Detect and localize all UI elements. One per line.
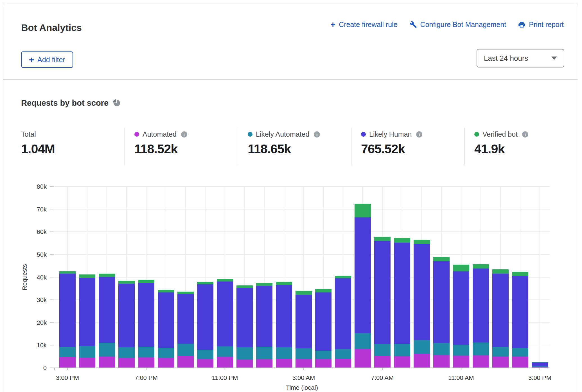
bar-segment xyxy=(197,350,213,359)
y-axis-title: Requests xyxy=(21,264,28,290)
printer-icon xyxy=(518,21,525,28)
automated-legend-dot xyxy=(134,132,139,137)
chevron-down-icon xyxy=(551,57,557,60)
plus-icon: + xyxy=(29,55,34,64)
info-icon[interactable]: i xyxy=(416,131,422,138)
bar-segment xyxy=(217,279,233,281)
verified-bot-legend-dot xyxy=(474,132,479,137)
create-firewall-rule-link[interactable]: + Create firewall rule xyxy=(330,20,398,29)
bar-segment xyxy=(158,358,174,368)
bar-segment xyxy=(414,244,430,341)
bar-segment xyxy=(217,346,233,357)
stat-separator xyxy=(238,128,238,165)
bar-segment xyxy=(197,359,213,368)
header-actions: + Create firewall rule Configure Bot Man… xyxy=(330,20,564,29)
bar-segment xyxy=(236,288,253,347)
bar-segment xyxy=(512,272,528,276)
bar-segment xyxy=(433,261,450,343)
bar-segment xyxy=(473,264,489,269)
bar-segment xyxy=(492,274,509,347)
stat-separator xyxy=(351,128,351,165)
bar-segment xyxy=(79,358,95,368)
bar-segment xyxy=(453,356,469,368)
bar-segment xyxy=(355,204,371,217)
time-range-value: Last 24 hours xyxy=(484,54,528,63)
stat-likely-automated-label: Likely Automated xyxy=(256,130,309,138)
add-filter-button[interactable]: + Add filter xyxy=(21,51,73,68)
svg-text:3:00 PM: 3:00 PM xyxy=(528,374,551,381)
bar-segment xyxy=(99,277,115,343)
bar-segment xyxy=(355,349,371,368)
likely-human-legend-dot xyxy=(361,132,366,137)
stat-automated-value: 118.52k xyxy=(134,142,187,156)
time-range-select[interactable]: Last 24 hours xyxy=(477,49,564,67)
bar-segment xyxy=(492,269,509,274)
bar-segment xyxy=(177,294,194,344)
bar-segment xyxy=(99,357,115,368)
bar-segment xyxy=(158,348,174,358)
stat-likely-human-label: Likely Human xyxy=(369,130,412,138)
bar-segment xyxy=(453,265,469,271)
bar-segment xyxy=(59,357,76,368)
bar-segment xyxy=(177,292,194,294)
stat-verified-bot: Verified bot i 41.9k xyxy=(474,130,528,156)
svg-text:70k: 70k xyxy=(37,206,47,213)
stat-verified-bot-label: Verified bot xyxy=(482,130,518,138)
info-icon[interactable]: i xyxy=(314,131,320,138)
bar-segment xyxy=(138,347,154,357)
section-title-text: Requests by bot score xyxy=(21,98,109,108)
stat-likely-automated: Likely Automated i 118.65k xyxy=(248,130,320,156)
bar-segment xyxy=(315,292,331,351)
bar-segment xyxy=(492,357,509,368)
stat-total: Total 1.04M xyxy=(21,130,55,156)
bar-segment xyxy=(315,351,331,359)
bar-segment xyxy=(79,274,95,278)
x-axis: 3:00 PM7:00 PM11:00 PM3:00 AM7:00 AM11:0… xyxy=(54,368,551,381)
bar-segment xyxy=(512,357,528,368)
bar-segment xyxy=(335,278,351,349)
bar-segment xyxy=(197,282,213,284)
bar-segment xyxy=(335,349,351,359)
section-title: Requests by bot score xyxy=(21,98,121,108)
bar-segment xyxy=(374,237,391,241)
bar-segment xyxy=(158,292,174,348)
stat-likely-automated-value: 118.65k xyxy=(248,142,320,156)
bar-segment xyxy=(79,346,95,357)
y-axis-ticks: 010k20k30k40k50k60k70k80k xyxy=(37,183,54,371)
create-firewall-rule-label: Create firewall rule xyxy=(339,21,397,29)
bar-segment xyxy=(118,281,135,283)
bar-segment xyxy=(414,240,430,244)
wrench-icon xyxy=(409,21,417,28)
bar-segment xyxy=(512,276,528,348)
stat-total-value: 1.04M xyxy=(21,142,55,156)
bar-segment xyxy=(256,283,272,286)
bar-segment xyxy=(374,344,391,356)
bar-segment xyxy=(158,290,174,293)
bar-segment xyxy=(512,348,528,357)
bar-segment xyxy=(236,285,253,288)
svg-text:80k: 80k xyxy=(37,183,47,190)
bar-segment xyxy=(118,284,135,348)
bar-segment xyxy=(374,241,391,344)
svg-text:20k: 20k xyxy=(37,319,47,326)
svg-text:11:00 AM: 11:00 AM xyxy=(448,374,474,381)
svg-text:3:00 PM: 3:00 PM xyxy=(56,374,79,381)
bar-segment xyxy=(256,359,272,368)
info-icon[interactable]: i xyxy=(522,131,528,138)
bar-segment xyxy=(236,347,253,360)
bar-segment xyxy=(256,286,272,347)
page-title: Bot Analytics xyxy=(21,22,82,33)
bar-segment xyxy=(217,357,233,368)
svg-text:60k: 60k xyxy=(37,228,47,235)
svg-text:30k: 30k xyxy=(37,296,47,303)
configure-bot-management-label: Configure Bot Management xyxy=(420,21,506,29)
bar-segment xyxy=(473,269,489,343)
bar-segment xyxy=(492,347,509,357)
stats-row: Total 1.04M Automated i 118.52k Likely A… xyxy=(0,128,582,167)
header-divider xyxy=(3,79,578,80)
info-icon[interactable]: i xyxy=(181,131,187,138)
print-report-link[interactable]: Print report xyxy=(518,21,564,29)
bar-segment xyxy=(99,343,115,356)
bar-segment xyxy=(315,289,331,292)
configure-bot-management-link[interactable]: Configure Bot Management xyxy=(409,21,506,29)
